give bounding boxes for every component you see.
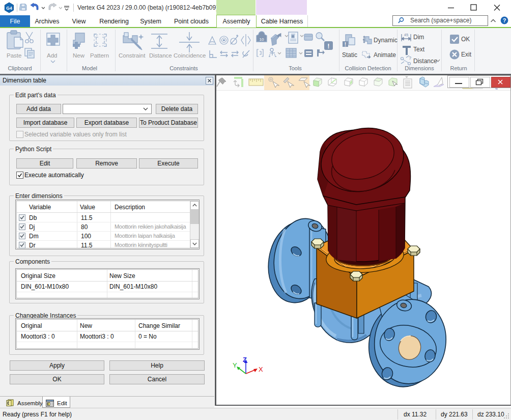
svg-text:Y: Y: [233, 361, 237, 369]
svg-text:?: ?: [409, 55, 411, 61]
svg-text:!: !: [327, 42, 329, 50]
svg-text:45: 45: [404, 33, 408, 37]
svg-text:X: X: [259, 366, 263, 373]
svg-text:?: ?: [503, 17, 506, 23]
svg-text:Z: Z: [243, 356, 247, 363]
svg-text:G4: G4: [6, 6, 12, 11]
svg-text:!: !: [345, 42, 346, 47]
svg-text:10: 10: [260, 37, 264, 42]
